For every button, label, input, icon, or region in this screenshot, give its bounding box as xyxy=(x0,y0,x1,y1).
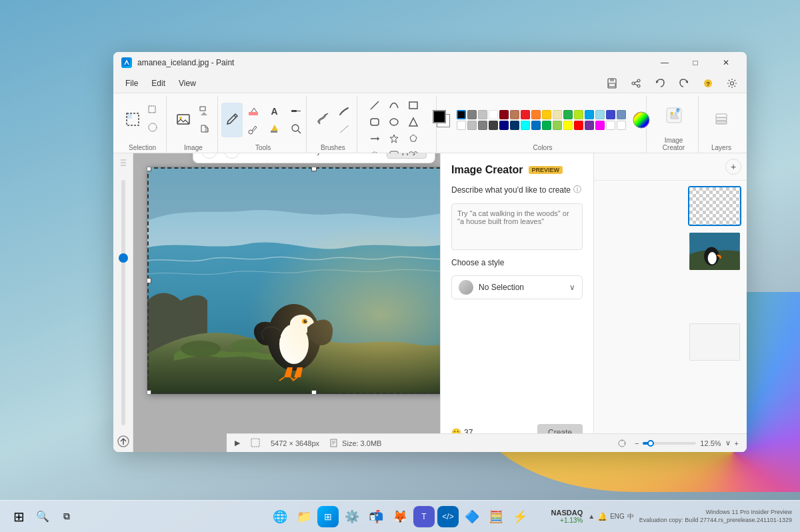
taskbar-mail[interactable]: 📬 xyxy=(365,506,387,527)
color-brown[interactable] xyxy=(510,110,519,119)
taskbar-edge2[interactable]: 🔷 xyxy=(461,506,483,527)
color-white2[interactable] xyxy=(457,121,466,130)
shape-triangle[interactable] xyxy=(404,114,423,130)
image-tool-btn[interactable] xyxy=(173,103,194,137)
color-magenta[interactable] xyxy=(595,121,605,130)
selection-sub1[interactable] xyxy=(145,103,163,119)
color-dkgray[interactable] xyxy=(489,121,498,130)
color-gray2[interactable] xyxy=(478,121,487,130)
shape-rect[interactable] xyxy=(404,97,423,113)
menu-edit[interactable]: Edit xyxy=(145,76,172,91)
canvas-action-btn[interactable] xyxy=(115,433,131,449)
help-button[interactable]: ? xyxy=(699,74,717,93)
share-button[interactable] xyxy=(627,74,645,93)
color-cyan[interactable] xyxy=(521,121,530,130)
taskbar-settings[interactable]: ⚙️ xyxy=(341,506,363,527)
tray-icons[interactable]: ▲ xyxy=(588,513,595,520)
selection-sub2[interactable] xyxy=(145,121,163,137)
image-sub2[interactable] xyxy=(195,121,214,137)
undo-button[interactable] xyxy=(651,74,669,93)
color-silver[interactable] xyxy=(467,121,477,130)
panel-add-btn[interactable]: + xyxy=(725,159,741,175)
task-view-button[interactable]: ⧉ xyxy=(56,506,77,527)
canvas-scroll[interactable]: + − Draw over the area you want to erase… xyxy=(133,153,440,452)
erase-zoom-out[interactable]: − xyxy=(224,153,240,159)
color-emerald[interactable] xyxy=(542,121,551,130)
color-periwinkle[interactable] xyxy=(617,110,626,119)
selection-tool-btn[interactable] xyxy=(122,103,143,137)
zoom-plus[interactable]: + xyxy=(735,439,739,447)
stock-info[interactable]: NASDAQ +1.13% xyxy=(551,509,583,524)
color-yellow2[interactable] xyxy=(563,121,573,130)
taskbar-folder[interactable]: 📁 xyxy=(293,506,315,527)
thumbnail-blank[interactable] xyxy=(688,186,741,226)
shape-ellipse[interactable] xyxy=(385,114,403,130)
brush-sub2[interactable] xyxy=(335,121,353,137)
zoom-bar[interactable] xyxy=(643,442,696,445)
color-red[interactable] xyxy=(521,110,530,119)
erase-zoom-in[interactable]: + xyxy=(201,153,217,159)
minimize-button[interactable]: — xyxy=(649,52,680,73)
text-tool[interactable]: A xyxy=(265,103,284,119)
eyedrop-sub[interactable] xyxy=(244,121,263,137)
color-empty1[interactable] xyxy=(606,121,615,130)
color-azure[interactable] xyxy=(531,121,541,130)
tray-ime[interactable]: 中 xyxy=(627,512,634,521)
brush-main-btn[interactable] xyxy=(312,103,333,137)
color-lime[interactable] xyxy=(553,121,562,130)
color-red2[interactable] xyxy=(574,121,583,130)
ic-description-input[interactable] xyxy=(451,203,583,250)
shape-arrow[interactable] xyxy=(365,131,384,147)
color-green[interactable] xyxy=(563,110,573,119)
image-creator-btn[interactable]: ✦ xyxy=(663,99,685,134)
redo-button[interactable] xyxy=(675,74,693,93)
tray-lang[interactable]: ENG xyxy=(610,513,625,520)
color-empty2[interactable] xyxy=(617,121,626,130)
zoom-slider-container[interactable] xyxy=(121,175,125,431)
color-navy[interactable] xyxy=(499,121,509,130)
image-sub1[interactable] xyxy=(195,103,214,119)
zoom-slider[interactable] xyxy=(121,180,125,425)
shape-pentagon[interactable] xyxy=(404,131,423,147)
color-ltgreen[interactable] xyxy=(574,110,583,119)
shape-roundrect[interactable] xyxy=(365,114,384,130)
save-button[interactable] xyxy=(603,74,621,93)
shape-line[interactable] xyxy=(365,97,384,113)
color-dkblue2[interactable] xyxy=(510,121,519,130)
color-black[interactable] xyxy=(457,110,466,119)
menu-view[interactable]: View xyxy=(172,76,203,91)
pencil-tool-btn[interactable] xyxy=(221,103,243,137)
color-blue[interactable] xyxy=(585,110,594,119)
maximize-button[interactable]: □ xyxy=(680,52,711,73)
tray-bell[interactable]: 🔔 xyxy=(597,512,607,521)
zoom-thumb[interactable] xyxy=(119,253,128,263)
zoom-bar-thumb[interactable] xyxy=(647,440,654,447)
taskbar-calc[interactable]: 🧮 xyxy=(485,506,507,527)
thumbnail-photo[interactable] xyxy=(688,231,741,271)
brush-sub1[interactable] xyxy=(335,103,353,119)
settings-button[interactable] xyxy=(723,74,741,93)
shape-curve[interactable] xyxy=(385,97,403,113)
fg-color[interactable] xyxy=(433,110,446,123)
color-purple[interactable] xyxy=(585,121,594,130)
brush-dropdown[interactable] xyxy=(287,103,305,119)
color-darkred[interactable] xyxy=(499,110,509,119)
color-white-outline[interactable] xyxy=(489,110,498,119)
taskbar-apps[interactable]: ⚡ xyxy=(509,506,531,527)
search-button[interactable]: 🔍 xyxy=(32,506,53,527)
taskbar-edge[interactable]: 🌐 xyxy=(269,506,291,527)
color-ltblue[interactable] xyxy=(595,110,605,119)
start-button[interactable]: ⊞ xyxy=(8,506,29,527)
taskbar-vscode[interactable]: </> xyxy=(437,506,459,527)
color-gray[interactable] xyxy=(467,110,477,119)
apply-button[interactable]: Apply xyxy=(387,153,427,159)
shape-star[interactable] xyxy=(385,131,403,147)
canvas-image[interactable] xyxy=(147,167,440,394)
taskbar-teams[interactable]: T xyxy=(413,506,435,527)
menu-file[interactable]: File xyxy=(119,76,145,91)
ic-style-dropdown[interactable]: No Selection ∨ xyxy=(451,275,583,299)
close-button[interactable]: ✕ xyxy=(711,52,741,73)
thumbnail-white[interactable] xyxy=(688,322,741,362)
taskbar-firefox[interactable]: 🦊 xyxy=(389,506,411,527)
zoom-minus[interactable]: − xyxy=(635,439,639,447)
